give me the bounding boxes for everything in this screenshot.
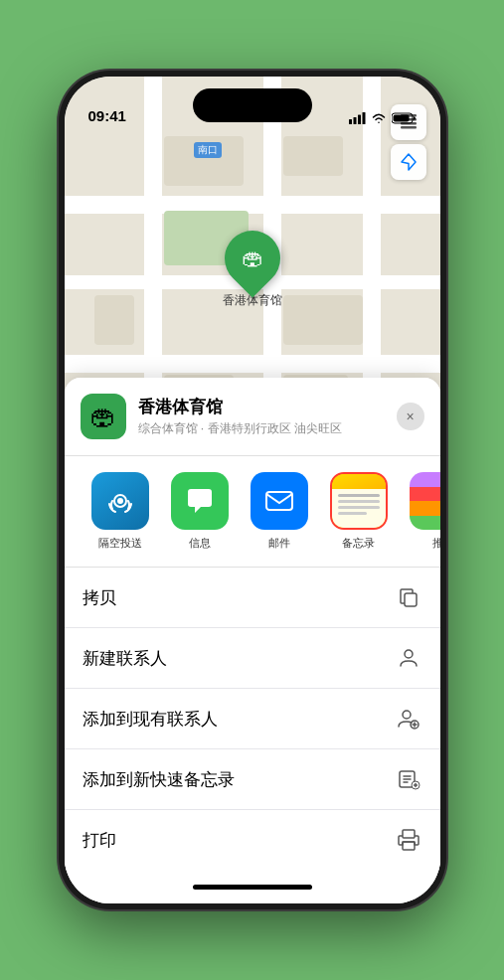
dynamic-island — [193, 88, 312, 122]
status-icons — [349, 112, 417, 124]
action-print[interactable]: 打印 — [65, 810, 440, 870]
new-contact-icon — [395, 644, 422, 672]
pin-circle: 🏟 — [213, 219, 291, 297]
close-button[interactable]: × — [397, 403, 424, 430]
quick-note-icon — [395, 765, 422, 793]
app-item-more[interactable]: 推 — [399, 472, 440, 551]
pin-stadium-icon: 🏟 — [242, 245, 263, 271]
svg-rect-26 — [403, 830, 415, 838]
svg-point-14 — [405, 650, 413, 658]
map-label-nankou: 南口 — [194, 142, 222, 158]
svg-rect-12 — [266, 492, 292, 510]
airdrop-svg — [104, 485, 136, 517]
venue-info: 香港体育馆 综合体育馆 · 香港特别行政区 油尖旺区 — [138, 396, 385, 437]
notes-label: 备忘录 — [342, 536, 375, 551]
svg-rect-1 — [353, 117, 356, 124]
more-icon — [410, 472, 440, 530]
airdrop-label: 隔空投送 — [98, 536, 142, 551]
apps-row: 隔空投送 信息 — [65, 456, 440, 568]
action-new-contact[interactable]: 新建联系人 — [65, 628, 440, 689]
app-item-mail[interactable]: 邮件 — [240, 472, 319, 551]
messages-label: 信息 — [189, 536, 211, 551]
action-add-existing[interactable]: 添加到现有联系人 — [65, 689, 440, 749]
wifi-icon — [371, 112, 387, 124]
action-quick-note[interactable]: 添加到新快速备忘录 — [65, 749, 440, 810]
svg-point-15 — [403, 711, 411, 719]
home-indicator — [65, 870, 440, 903]
action-new-contact-label: 新建联系人 — [83, 647, 167, 670]
signal-icon — [349, 112, 366, 124]
venue-icon: 🏟 — [81, 394, 126, 439]
status-time: 09:41 — [88, 107, 126, 124]
svg-rect-5 — [393, 115, 409, 122]
messages-svg — [183, 484, 217, 518]
bottom-sheet: 🏟 香港体育馆 综合体育馆 · 香港特别行政区 油尖旺区 × — [65, 378, 440, 903]
svg-rect-0 — [349, 119, 352, 124]
airdrop-icon — [91, 472, 149, 530]
app-item-airdrop[interactable]: 隔空投送 — [81, 472, 160, 551]
venue-stadium-icon: 🏟 — [90, 402, 116, 432]
action-copy-label: 拷贝 — [83, 586, 116, 609]
svg-rect-3 — [362, 112, 365, 124]
add-contact-icon — [395, 705, 422, 733]
venue-name: 香港体育馆 — [138, 396, 385, 418]
action-quick-note-label: 添加到新快速备忘录 — [83, 768, 235, 791]
copy-icon — [395, 583, 422, 611]
messages-icon — [171, 472, 229, 530]
action-add-existing-label: 添加到现有联系人 — [83, 708, 218, 731]
action-print-label: 打印 — [83, 829, 116, 852]
phone-frame: 09:41 — [59, 71, 446, 909]
home-bar — [193, 885, 312, 890]
notes-icon — [330, 472, 388, 530]
phone-screen: 09:41 — [65, 77, 440, 903]
mail-label: 邮件 — [268, 536, 290, 551]
venue-subtitle: 综合体育馆 · 香港特别行政区 油尖旺区 — [138, 420, 385, 437]
mail-icon — [251, 472, 308, 530]
more-label: 推 — [432, 536, 440, 551]
location-arrow-icon — [400, 153, 418, 171]
svg-rect-27 — [403, 842, 415, 850]
battery-icon — [392, 112, 417, 124]
venue-card: 🏟 香港体育馆 综合体育馆 · 香港特别行政区 油尖旺区 × — [65, 378, 440, 456]
svg-rect-13 — [405, 593, 417, 606]
mail-svg — [262, 484, 296, 518]
svg-point-11 — [117, 498, 123, 504]
app-item-messages[interactable]: 信息 — [160, 472, 240, 551]
print-icon — [395, 826, 422, 854]
map-pin: 🏟 香港体育馆 — [223, 231, 282, 309]
location-button[interactable] — [391, 144, 426, 180]
action-copy[interactable]: 拷贝 — [65, 568, 440, 628]
svg-rect-2 — [358, 115, 361, 125]
action-list: 拷贝 新建联系人 — [65, 568, 440, 870]
app-item-notes[interactable]: 备忘录 — [319, 472, 399, 551]
